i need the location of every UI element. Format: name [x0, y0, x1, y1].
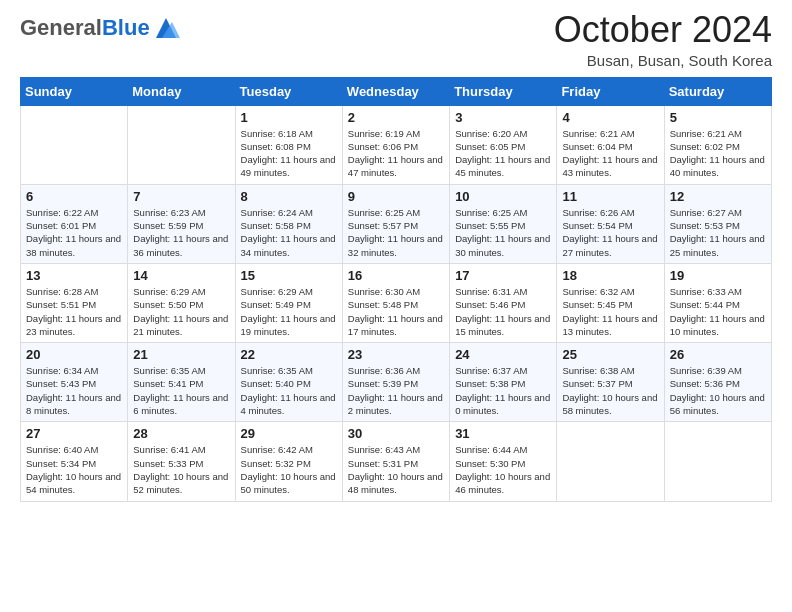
day-info: Sunrise: 6:21 AM Sunset: 6:04 PM Dayligh…: [562, 127, 658, 180]
day-info: Sunrise: 6:30 AM Sunset: 5:48 PM Dayligh…: [348, 285, 444, 338]
day-cell: [557, 422, 664, 501]
day-cell: 24Sunrise: 6:37 AM Sunset: 5:38 PM Dayli…: [450, 343, 557, 422]
day-cell: 7Sunrise: 6:23 AM Sunset: 5:59 PM Daylig…: [128, 184, 235, 263]
day-info: Sunrise: 6:29 AM Sunset: 5:49 PM Dayligh…: [241, 285, 337, 338]
week-row-4: 20Sunrise: 6:34 AM Sunset: 5:43 PM Dayli…: [21, 343, 772, 422]
day-number: 6: [26, 189, 122, 204]
day-info: Sunrise: 6:22 AM Sunset: 6:01 PM Dayligh…: [26, 206, 122, 259]
day-number: 30: [348, 426, 444, 441]
day-cell: 29Sunrise: 6:42 AM Sunset: 5:32 PM Dayli…: [235, 422, 342, 501]
day-number: 29: [241, 426, 337, 441]
day-info: Sunrise: 6:32 AM Sunset: 5:45 PM Dayligh…: [562, 285, 658, 338]
week-row-1: 1Sunrise: 6:18 AM Sunset: 6:08 PM Daylig…: [21, 105, 772, 184]
day-info: Sunrise: 6:33 AM Sunset: 5:44 PM Dayligh…: [670, 285, 766, 338]
col-saturday: Saturday: [664, 77, 771, 105]
day-info: Sunrise: 6:40 AM Sunset: 5:34 PM Dayligh…: [26, 443, 122, 496]
week-row-2: 6Sunrise: 6:22 AM Sunset: 6:01 PM Daylig…: [21, 184, 772, 263]
day-number: 4: [562, 110, 658, 125]
day-info: Sunrise: 6:36 AM Sunset: 5:39 PM Dayligh…: [348, 364, 444, 417]
day-cell: 3Sunrise: 6:20 AM Sunset: 6:05 PM Daylig…: [450, 105, 557, 184]
col-thursday: Thursday: [450, 77, 557, 105]
day-info: Sunrise: 6:39 AM Sunset: 5:36 PM Dayligh…: [670, 364, 766, 417]
day-number: 12: [670, 189, 766, 204]
day-info: Sunrise: 6:31 AM Sunset: 5:46 PM Dayligh…: [455, 285, 551, 338]
day-cell: 1Sunrise: 6:18 AM Sunset: 6:08 PM Daylig…: [235, 105, 342, 184]
day-info: Sunrise: 6:41 AM Sunset: 5:33 PM Dayligh…: [133, 443, 229, 496]
logo-icon: [152, 14, 180, 42]
day-cell: 5Sunrise: 6:21 AM Sunset: 6:02 PM Daylig…: [664, 105, 771, 184]
day-number: 15: [241, 268, 337, 283]
day-info: Sunrise: 6:20 AM Sunset: 6:05 PM Dayligh…: [455, 127, 551, 180]
day-info: Sunrise: 6:28 AM Sunset: 5:51 PM Dayligh…: [26, 285, 122, 338]
day-number: 18: [562, 268, 658, 283]
day-number: 3: [455, 110, 551, 125]
col-wednesday: Wednesday: [342, 77, 449, 105]
day-cell: 21Sunrise: 6:35 AM Sunset: 5:41 PM Dayli…: [128, 343, 235, 422]
day-info: Sunrise: 6:21 AM Sunset: 6:02 PM Dayligh…: [670, 127, 766, 180]
day-cell: 8Sunrise: 6:24 AM Sunset: 5:58 PM Daylig…: [235, 184, 342, 263]
page: GeneralBlue October 2024 Busan, Busan, S…: [0, 0, 792, 612]
day-cell: 10Sunrise: 6:25 AM Sunset: 5:55 PM Dayli…: [450, 184, 557, 263]
day-cell: 16Sunrise: 6:30 AM Sunset: 5:48 PM Dayli…: [342, 263, 449, 342]
title-area: October 2024 Busan, Busan, South Korea: [554, 10, 772, 69]
month-title: October 2024: [554, 10, 772, 50]
week-row-5: 27Sunrise: 6:40 AM Sunset: 5:34 PM Dayli…: [21, 422, 772, 501]
location: Busan, Busan, South Korea: [554, 52, 772, 69]
day-number: 9: [348, 189, 444, 204]
day-cell: 20Sunrise: 6:34 AM Sunset: 5:43 PM Dayli…: [21, 343, 128, 422]
day-cell: [664, 422, 771, 501]
day-number: 8: [241, 189, 337, 204]
day-cell: 14Sunrise: 6:29 AM Sunset: 5:50 PM Dayli…: [128, 263, 235, 342]
day-number: 21: [133, 347, 229, 362]
header-row: Sunday Monday Tuesday Wednesday Thursday…: [21, 77, 772, 105]
logo-blue: Blue: [102, 15, 150, 40]
day-number: 11: [562, 189, 658, 204]
day-cell: 12Sunrise: 6:27 AM Sunset: 5:53 PM Dayli…: [664, 184, 771, 263]
day-cell: 15Sunrise: 6:29 AM Sunset: 5:49 PM Dayli…: [235, 263, 342, 342]
day-number: 19: [670, 268, 766, 283]
day-info: Sunrise: 6:42 AM Sunset: 5:32 PM Dayligh…: [241, 443, 337, 496]
day-number: 13: [26, 268, 122, 283]
day-number: 20: [26, 347, 122, 362]
day-info: Sunrise: 6:35 AM Sunset: 5:40 PM Dayligh…: [241, 364, 337, 417]
day-number: 23: [348, 347, 444, 362]
day-cell: 18Sunrise: 6:32 AM Sunset: 5:45 PM Dayli…: [557, 263, 664, 342]
day-number: 1: [241, 110, 337, 125]
logo-general: General: [20, 15, 102, 40]
day-cell: [21, 105, 128, 184]
day-cell: 23Sunrise: 6:36 AM Sunset: 5:39 PM Dayli…: [342, 343, 449, 422]
day-number: 25: [562, 347, 658, 362]
col-friday: Friday: [557, 77, 664, 105]
day-info: Sunrise: 6:24 AM Sunset: 5:58 PM Dayligh…: [241, 206, 337, 259]
day-info: Sunrise: 6:43 AM Sunset: 5:31 PM Dayligh…: [348, 443, 444, 496]
day-cell: 22Sunrise: 6:35 AM Sunset: 5:40 PM Dayli…: [235, 343, 342, 422]
calendar-table: Sunday Monday Tuesday Wednesday Thursday…: [20, 77, 772, 502]
col-tuesday: Tuesday: [235, 77, 342, 105]
day-number: 2: [348, 110, 444, 125]
day-number: 10: [455, 189, 551, 204]
day-cell: 19Sunrise: 6:33 AM Sunset: 5:44 PM Dayli…: [664, 263, 771, 342]
day-info: Sunrise: 6:37 AM Sunset: 5:38 PM Dayligh…: [455, 364, 551, 417]
day-number: 5: [670, 110, 766, 125]
col-sunday: Sunday: [21, 77, 128, 105]
day-number: 16: [348, 268, 444, 283]
day-cell: 4Sunrise: 6:21 AM Sunset: 6:04 PM Daylig…: [557, 105, 664, 184]
day-info: Sunrise: 6:25 AM Sunset: 5:55 PM Dayligh…: [455, 206, 551, 259]
day-cell: 13Sunrise: 6:28 AM Sunset: 5:51 PM Dayli…: [21, 263, 128, 342]
week-row-3: 13Sunrise: 6:28 AM Sunset: 5:51 PM Dayli…: [21, 263, 772, 342]
day-cell: 6Sunrise: 6:22 AM Sunset: 6:01 PM Daylig…: [21, 184, 128, 263]
day-number: 17: [455, 268, 551, 283]
day-cell: 28Sunrise: 6:41 AM Sunset: 5:33 PM Dayli…: [128, 422, 235, 501]
day-number: 7: [133, 189, 229, 204]
day-cell: 17Sunrise: 6:31 AM Sunset: 5:46 PM Dayli…: [450, 263, 557, 342]
day-number: 27: [26, 426, 122, 441]
day-cell: 30Sunrise: 6:43 AM Sunset: 5:31 PM Dayli…: [342, 422, 449, 501]
day-info: Sunrise: 6:26 AM Sunset: 5:54 PM Dayligh…: [562, 206, 658, 259]
day-number: 31: [455, 426, 551, 441]
day-cell: 26Sunrise: 6:39 AM Sunset: 5:36 PM Dayli…: [664, 343, 771, 422]
day-cell: 2Sunrise: 6:19 AM Sunset: 6:06 PM Daylig…: [342, 105, 449, 184]
day-info: Sunrise: 6:19 AM Sunset: 6:06 PM Dayligh…: [348, 127, 444, 180]
day-info: Sunrise: 6:38 AM Sunset: 5:37 PM Dayligh…: [562, 364, 658, 417]
day-info: Sunrise: 6:29 AM Sunset: 5:50 PM Dayligh…: [133, 285, 229, 338]
day-number: 28: [133, 426, 229, 441]
